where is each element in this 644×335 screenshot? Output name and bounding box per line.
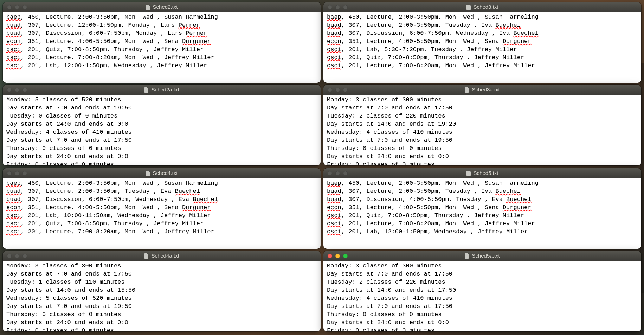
text-segment: Day starts at 14:0 and ends at 19:20 [327,121,456,127]
title-center: Sched5.txt [323,170,641,177]
window-sched3[interactable]: Sched3.txt baep, 450, Lecture, 2:00-3:50… [323,2,641,83]
text-segment: , 201, Lecture, 7:00-8:20am, Mon Wed , J… [341,220,535,227]
titlebar[interactable]: Sched4.txt [3,168,321,178]
spellcheck-word: Buechel [175,188,200,195]
title-center: Sched3a.txt [323,86,641,93]
close-button[interactable] [328,5,332,10]
minimize-button[interactable] [335,171,340,176]
text-segment: Thursday: 0 classes of 0 minutes [327,311,442,318]
titlebar[interactable]: Sched2.txt [3,2,321,12]
text-line: buad, 307, Lecture, 2:00-3:50pm, Tuesday… [6,188,317,196]
text-segment: , 307, Discussion, 4:00-5:50pm, Tuesday … [341,196,506,203]
window-sched4a[interactable]: Sched4a.txt Monday: 3 classes of 300 min… [3,251,321,331]
zoom-button[interactable] [22,254,27,258]
traffic-lights [323,254,348,258]
close-button[interactable] [328,254,332,258]
cell-top-left: Sched2.txt baep, 450, Lecture, 2:00-3:50… [3,2,321,165]
zoom-button[interactable] [343,88,348,92]
text-content[interactable]: Monday: 3 classes of 300 minutesDay star… [3,261,321,331]
window-title: Sched2.txt [153,4,178,11]
text-segment: Day starts at 14:0 and ends at 15:50 [6,287,135,293]
text-segment: Thursday: 0 classes of 0 minutes [6,311,121,318]
spellcheck-word: baep [6,180,21,187]
close-button[interactable] [7,88,12,92]
spellcheck-word: Durguner [182,204,211,211]
text-content[interactable]: baep, 450, Lecture, 2:00-3:50pm, Mon Wed… [323,12,641,83]
close-button[interactable] [7,171,12,176]
titlebar[interactable]: Sched3a.txt [323,85,641,95]
minimize-button[interactable] [335,254,340,258]
minimize-button[interactable] [15,254,19,258]
minimize-button[interactable] [335,88,340,92]
zoom-button[interactable] [343,171,348,176]
close-button[interactable] [7,254,12,258]
text-segment: , 201, Lab, 12:00-1:50pm, Wednesday , Je… [21,62,207,69]
text-line: Day starts at 14:0 and ends at 19:20 [327,120,638,128]
text-line: buad, 307, Lecture, 2:00-3:50pm, Tuesday… [327,188,638,196]
text-segment: Tuesday: 1 classes of 110 minutes [6,279,125,285]
title-center: Sched2.txt [3,4,321,11]
window-title: Sched2a.txt [151,86,179,93]
window-sched4[interactable]: Sched4.txt baep, 450, Lecture, 2:00-3:50… [3,168,321,249]
zoom-button[interactable] [343,5,348,10]
window-sched5a[interactable]: Sched5a.txt Monday: 3 classes of 300 min… [323,251,641,331]
zoom-button[interactable] [22,88,27,92]
text-segment: , 351, Lecture, 4:00-5:50pm, Mon Wed , S… [341,38,503,45]
titlebar[interactable]: Sched4a.txt [3,251,321,261]
text-segment: , 307, Lecture, 2:00-3:50pm, Tuesday , E… [21,188,175,195]
titlebar[interactable]: Sched2a.txt [3,85,321,95]
text-segment: Wednesday: 4 classes of 410 minutes [327,295,452,302]
window-sched3a[interactable]: Sched3a.txt Monday: 3 classes of 300 min… [323,85,641,165]
titlebar[interactable]: Sched5a.txt [323,251,641,261]
close-button[interactable] [328,171,332,176]
spellcheck-word: Durguner [503,38,532,45]
spellcheck-word: buad [6,188,21,195]
text-segment: Tuesday: 2 classes of 220 minutes [327,279,445,285]
text-content[interactable]: Monday: 3 classes of 300 minutesDay star… [323,95,641,165]
text-segment: Friday: 0 classes of 0 minutes [327,161,434,166]
text-content[interactable]: Monday: 5 classes of 520 minutesDay star… [3,95,321,165]
window-sched5[interactable]: Sched5.txt baep, 450, Lecture, 2:00-3:50… [323,168,641,249]
text-segment: , 351, Lecture, 4:00-5:50pm, Mon Wed , S… [21,38,182,45]
minimize-button[interactable] [15,171,19,176]
spellcheck-word: csci [327,228,341,235]
text-content[interactable]: Monday: 3 classes of 300 minutesDay star… [323,261,641,331]
spellcheck-word: csci [6,228,21,235]
spellcheck-word: Buechel [506,196,531,203]
document-icon [146,171,150,176]
spellcheck-word: baep [327,180,341,187]
zoom-button[interactable] [22,5,27,10]
cell-top-right: Sched3.txt baep, 450, Lecture, 2:00-3:50… [323,2,641,165]
text-content[interactable]: baep, 450, Lecture, 2:00-3:50pm, Mon Wed… [3,12,321,83]
spellcheck-word: csci [327,212,341,219]
window-sched2a[interactable]: Sched2a.txt Monday: 5 classes of 520 min… [3,85,321,165]
zoom-button[interactable] [343,254,348,258]
document-icon [146,5,150,10]
text-line: Day starts at 24:0 and ends at 0:0 [6,153,317,161]
text-segment: Day starts at 7:0 and ends at 19:50 [6,303,132,310]
text-line: baep, 450, Lecture, 2:00-3:50pm, Mon Wed… [327,179,638,188]
close-button[interactable] [328,88,332,92]
text-line: Day starts at 7:0 and ends at 17:50 [327,104,638,112]
text-segment: Day starts at 24:0 and ends at 0:0 [327,319,449,326]
window-sched2[interactable]: Sched2.txt baep, 450, Lecture, 2:00-3:50… [3,2,321,83]
text-line: csci, 201, Lecture, 7:00-8:20am, Mon Wed… [6,228,317,236]
text-line: Day starts at 7:0 and ends at 17:50 [6,270,317,278]
minimize-button[interactable] [335,5,340,10]
close-button[interactable] [7,5,12,10]
text-line: Wednesday: 4 classes of 410 minutes [327,295,638,303]
minimize-button[interactable] [15,5,19,10]
text-segment: Day starts at 7:0 and ends at 17:50 [327,271,452,277]
text-line: Monday: 3 classes of 300 minutes [327,262,638,270]
text-line: Wednesday: 4 classes of 410 minutes [6,128,317,137]
text-segment: Day starts at 7:0 and ends at 19:50 [6,105,132,111]
text-content[interactable]: baep, 450, Lecture, 2:00-3:50pm, Mon Wed… [3,178,321,249]
minimize-button[interactable] [15,88,19,92]
text-content[interactable]: baep, 450, Lecture, 2:00-3:50pm, Mon Wed… [323,178,641,249]
titlebar[interactable]: Sched5.txt [323,168,641,178]
zoom-button[interactable] [22,171,27,176]
window-title: Sched5.txt [474,170,498,177]
titlebar[interactable]: Sched3.txt [323,2,641,12]
title-center: Sched4a.txt [3,252,321,259]
text-segment: Day starts at 7:0 and ends at 17:50 [327,105,452,111]
